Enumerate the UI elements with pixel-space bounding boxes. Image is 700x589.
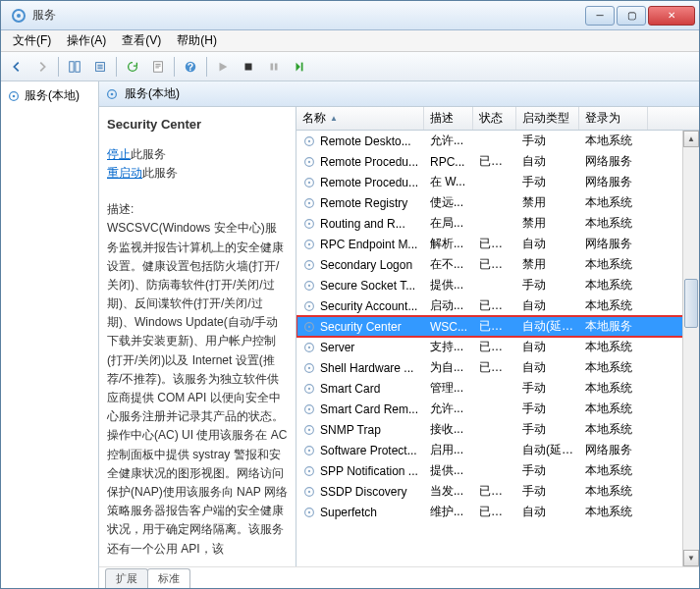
forward-button[interactable]: [30, 55, 54, 79]
pause-service-button[interactable]: [262, 55, 286, 79]
service-name: Secondary Logon: [320, 258, 412, 272]
col-status[interactable]: 状态: [473, 107, 516, 130]
right-body: Security Center 停止此服务 重启动此服务 描述: WSCSVC(…: [99, 107, 699, 566]
service-desc: 解析...: [424, 236, 473, 252]
service-startup: 手动: [516, 401, 579, 417]
service-row[interactable]: Secondary Logon在不...已启动禁用本地系统: [296, 254, 699, 275]
tree-root[interactable]: 服务(本地): [5, 85, 94, 106]
titlebar[interactable]: 服务 ─ ▢ ✕: [1, 1, 699, 30]
service-row[interactable]: Smart Card Rem...允许...手动本地系统: [296, 399, 699, 419]
service-desc: 允许...: [424, 133, 473, 149]
separator: [206, 57, 207, 77]
stop-service-button[interactable]: [237, 55, 260, 79]
properties-button[interactable]: [146, 55, 170, 79]
stop-link[interactable]: 停止: [107, 147, 131, 161]
service-desc: 提供...: [424, 277, 473, 294]
svg-point-31: [308, 284, 310, 286]
right-header-label: 服务(本地): [125, 85, 180, 102]
service-icon: [302, 423, 316, 437]
service-row[interactable]: Remote Procedu...在 W...手动网络服务: [296, 172, 699, 192]
service-row[interactable]: Routing and R...在局...禁用本地系统: [296, 213, 699, 234]
restart-link[interactable]: 重启动: [107, 166, 142, 180]
menu-file[interactable]: 文件(F): [5, 30, 59, 51]
svg-point-1: [17, 14, 21, 18]
service-row[interactable]: Server支持...已启动自动本地系统: [296, 337, 699, 357]
service-row[interactable]: Secure Socket T...提供...手动本地系统: [296, 275, 699, 295]
service-desc: 当发...: [424, 483, 473, 500]
toolbar: ?: [1, 52, 699, 81]
services-icon: [7, 89, 21, 103]
refresh-button[interactable]: [121, 55, 144, 79]
start-service-button[interactable]: [211, 55, 235, 79]
scroll-down-button[interactable]: ▼: [683, 550, 699, 566]
service-row[interactable]: Shell Hardware ...为自...已启动自动本地系统: [296, 357, 699, 378]
restart-service-button[interactable]: [288, 55, 311, 79]
col-startup[interactable]: 启动类型: [516, 107, 579, 130]
desc-text: WSCSVC(Windows 安全中心)服务监视并报告计算机上的安全健康设置。健…: [107, 219, 288, 558]
service-row[interactable]: SPP Notification ...提供...手动本地系统: [296, 460, 699, 481]
minimize-button[interactable]: ─: [585, 6, 615, 26]
service-logon: 本地系统: [579, 339, 648, 355]
tree-root-label: 服务(本地): [25, 87, 80, 104]
service-status: 已启动: [473, 339, 516, 355]
service-status: 已启动: [473, 153, 516, 170]
export-button[interactable]: [88, 55, 112, 79]
service-icon: [302, 506, 316, 519]
restart-suffix: 此服务: [142, 166, 178, 180]
scroll-up-button[interactable]: ▲: [683, 131, 699, 147]
service-desc: 为自...: [424, 359, 473, 376]
tab-extended[interactable]: 扩展: [105, 568, 148, 588]
service-row[interactable]: Superfetch维护...已启动自动本地系统: [296, 502, 699, 522]
menu-action[interactable]: 操作(A): [59, 30, 114, 51]
col-name[interactable]: 名称▲: [296, 107, 424, 130]
service-row[interactable]: Remote Procedu...RPC...已启动自动网络服务: [296, 151, 699, 172]
service-icon: [302, 176, 316, 189]
service-row[interactable]: Remote Deskto...允许...手动本地系统: [296, 131, 699, 151]
service-name: Remote Registry: [320, 196, 407, 210]
service-icon: [302, 485, 316, 499]
col-logon[interactable]: 登录为: [579, 107, 648, 130]
service-logon: 网络服务: [579, 174, 648, 190]
service-startup: 禁用: [516, 215, 579, 232]
service-name: Smart Card Rem...: [320, 402, 418, 416]
svg-point-51: [308, 490, 310, 492]
svg-point-43: [308, 407, 310, 409]
service-row[interactable]: Software Protect...启用...自动(延迟...网络服务: [296, 440, 699, 460]
help-button[interactable]: ?: [179, 55, 202, 79]
service-row[interactable]: Remote Registry使远...禁用本地系统: [296, 192, 699, 213]
scroll-thumb[interactable]: [684, 279, 698, 328]
detail-pane: Security Center 停止此服务 重启动此服务 描述: WSCSVC(…: [99, 107, 296, 566]
svg-rect-8: [245, 63, 252, 70]
right-header: 服务(本地): [99, 81, 699, 107]
service-status: 已启动: [473, 297, 516, 314]
separator: [58, 57, 59, 77]
service-row[interactable]: SNMP Trap接收...手动本地系统: [296, 419, 699, 440]
service-startup: 自动: [516, 504, 579, 520]
service-icon: [302, 196, 316, 210]
service-desc: 接收...: [424, 421, 473, 438]
service-startup: 自动: [516, 297, 579, 314]
tab-standard[interactable]: 标准: [147, 568, 190, 588]
svg-point-25: [308, 222, 310, 224]
svg-point-49: [308, 469, 310, 471]
show-hide-tree-button[interactable]: [63, 55, 86, 79]
menu-help[interactable]: 帮助(H): [169, 30, 225, 51]
service-row[interactable]: Smart Card管理...手动本地系统: [296, 378, 699, 399]
svg-point-41: [308, 387, 310, 389]
back-button[interactable]: [5, 55, 28, 79]
service-startup: 自动: [516, 359, 579, 376]
service-name: Smart Card: [320, 382, 380, 396]
menubar: 文件(F) 操作(A) 查看(V) 帮助(H): [1, 30, 699, 52]
vertical-scrollbar[interactable]: ▲ ▼: [682, 131, 699, 566]
service-row[interactable]: Security Account...启动...已启动自动本地系统: [296, 295, 699, 316]
col-desc[interactable]: 描述: [424, 107, 473, 130]
service-row[interactable]: Security CenterWSC...已启动自动(延迟...本地服务: [296, 316, 699, 337]
svg-rect-5: [154, 61, 163, 72]
close-button[interactable]: ✕: [648, 6, 695, 26]
service-status: 已启动: [473, 483, 516, 500]
service-row[interactable]: SSDP Discovery当发...已启动手动本地系统: [296, 481, 699, 502]
service-name: RPC Endpoint M...: [320, 238, 417, 251]
maximize-button[interactable]: ▢: [617, 6, 646, 26]
service-row[interactable]: RPC Endpoint M...解析...已启动自动网络服务: [296, 234, 699, 254]
menu-view[interactable]: 查看(V): [114, 30, 169, 51]
